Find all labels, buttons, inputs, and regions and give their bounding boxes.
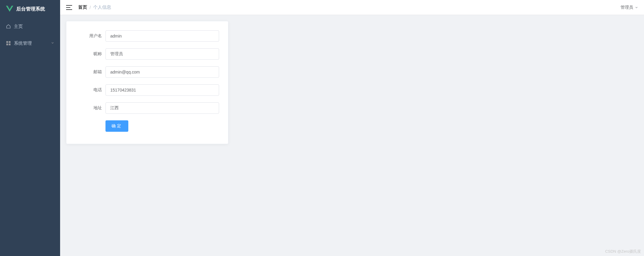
grid-icon	[6, 41, 11, 46]
submit-button[interactable]: 确定	[105, 120, 128, 132]
nickname-input[interactable]	[105, 48, 219, 60]
form-row-phone: 电话	[75, 84, 219, 96]
phone-input[interactable]	[105, 84, 219, 96]
sidebar-item-system[interactable]: 系统管理	[0, 35, 60, 52]
label-address: 地址	[75, 105, 105, 111]
sidebar-item-home[interactable]: 主页	[0, 18, 60, 35]
user-dropdown[interactable]: 管理员	[621, 5, 638, 10]
breadcrumb-current: 个人信息	[93, 5, 111, 10]
svg-rect-5	[66, 7, 70, 8]
app-root: 后台管理系统 主页 系统管理	[0, 0, 644, 256]
content-area: 用户名 昵称 邮箱 电话 地址	[60, 15, 644, 256]
sidebar-item-label: 系统管理	[14, 41, 48, 46]
chevron-down-icon	[51, 41, 54, 45]
address-input[interactable]	[105, 102, 219, 114]
svg-rect-2	[6, 44, 8, 45]
sidebar: 后台管理系统 主页 系统管理	[0, 0, 60, 256]
home-icon	[6, 24, 11, 29]
label-nickname: 昵称	[75, 51, 105, 57]
header-bar: 首页 / 个人信息 管理员	[60, 0, 644, 15]
form-row-nickname: 昵称	[75, 48, 219, 60]
form-row-email: 邮箱	[75, 66, 219, 78]
email-input[interactable]	[105, 66, 219, 78]
profile-card: 用户名 昵称 邮箱 电话 地址	[66, 21, 228, 144]
app-title: 后台管理系统	[16, 6, 45, 12]
hamburger-icon[interactable]	[66, 5, 72, 10]
svg-rect-3	[9, 44, 11, 45]
breadcrumb-root[interactable]: 首页	[78, 5, 87, 10]
label-username: 用户名	[75, 33, 105, 39]
logo-area: 后台管理系统	[0, 0, 60, 18]
sidebar-item-label: 主页	[14, 24, 54, 29]
label-phone: 电话	[75, 87, 105, 93]
vue-logo-icon	[6, 6, 13, 13]
username-input[interactable]	[105, 30, 219, 42]
user-name: 管理员	[621, 5, 633, 10]
form-row-address: 地址	[75, 102, 219, 114]
svg-rect-4	[66, 5, 72, 6]
main-area: 首页 / 个人信息 管理员 用户名 昵称	[60, 0, 644, 256]
breadcrumb: 首页 / 个人信息	[78, 5, 111, 10]
svg-rect-1	[9, 41, 11, 43]
chevron-down-icon	[635, 5, 638, 10]
svg-rect-0	[6, 41, 8, 43]
spacer	[75, 120, 105, 132]
form-button-row: 确定	[75, 120, 219, 132]
svg-rect-6	[66, 9, 72, 10]
breadcrumb-separator: /	[90, 5, 91, 10]
form-row-username: 用户名	[75, 30, 219, 42]
label-email: 邮箱	[75, 69, 105, 75]
